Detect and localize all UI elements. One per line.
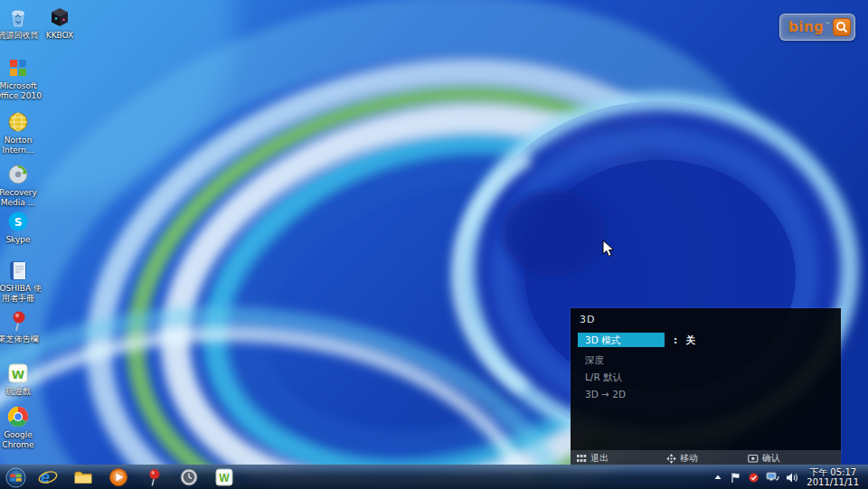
recycle-bin-icon [6,5,30,29]
taskbar-clock-app[interactable] [175,466,203,488]
media-player-icon [108,467,128,487]
desktop-icon-office[interactable]: Microsoft Office 2010 [0,56,43,101]
start-button[interactable] [0,465,31,489]
bing-search-gadget[interactable]: bing ™ [779,14,855,41]
desktop-icon-label: TOSHIBA 使用者手冊 [0,284,43,304]
bing-search-button[interactable] [833,18,851,36]
tray-up-arrow-icon [712,472,723,483]
user-manual-book-icon [6,259,30,282]
taskbar-media-player[interactable] [105,466,132,488]
w-app-icon: W [214,467,234,487]
desktop-icon-recovery[interactable]: Recovery Media ... [0,163,43,208]
osd-row-depth[interactable]: 深度 [578,353,834,367]
svg-text:S: S [14,216,23,229]
osd-exit-button[interactable]: 退出 [577,451,609,465]
tray-flag-icon [730,472,741,484]
taskbar-w-app[interactable]: W [211,466,238,488]
tray-volume-icon [786,472,798,484]
osd-row-label: 3D → 2D [578,387,626,401]
desktop-icon-label: Google Chrome [0,430,43,450]
osd-3d-menu: 3D 3D 模式 : 关 深度 L/R 默认 3D → 2D [571,308,841,466]
desktop-icon-toshiba-bulletin[interactable]: 東芝佈告欄 [0,309,43,344]
osd-confirm-button[interactable]: 确认 [748,451,780,465]
w-games-icon: W [6,362,30,385]
osd-row-3d-to-2d[interactable]: 3D → 2D [578,387,834,401]
system-tray: 下午 05:17 2011/11/11 [712,467,868,488]
osd-move-label: 移动 [680,452,698,465]
taskbar-clock[interactable]: 下午 05:17 2011/11/11 [805,467,864,488]
taskbar-pinned-pushpin-app[interactable] [140,466,167,488]
taskbar-pinned-apps: e [34,466,238,488]
osd-row-lr[interactable]: L/R 默认 [578,370,834,384]
bing-logo: bing [788,19,824,35]
osd-confirm-label: 确认 [762,452,780,465]
osd-move-icon [666,454,676,464]
internet-explorer-icon: e [38,467,58,487]
windows-start-orb-icon [5,467,26,488]
osd-exit-icon [577,454,587,464]
taskbar-internet-explorer[interactable]: e [34,466,61,488]
osd-row-label: 3D 模式 [578,333,665,347]
taskbar: e [0,465,868,489]
clock-time: 下午 05:17 [807,467,859,478]
desktop-icon-label: Norton Intern... [0,136,43,155]
desktop-icon-skype[interactable]: S Skype [0,210,43,245]
osd-title: 3D [580,314,595,325]
clock-date: 2011/11/11 [807,477,859,488]
desktop-icon-label: Microsoft Office 2010 [0,81,43,101]
tray-network[interactable] [766,472,779,484]
bing-trademark: ™ [825,21,830,27]
osd-confirm-icon [748,454,759,464]
svg-text:W: W [12,368,24,381]
microsoft-office-icon [6,56,30,80]
osd-row-label: 深度 [578,353,604,367]
desktop-icon-toshiba-manual[interactable]: TOSHIBA 使用者手冊 [0,259,43,304]
svg-text:W: W [219,472,230,484]
osd-move-button[interactable]: 移动 [666,451,698,465]
search-icon [835,20,849,34]
tray-volume[interactable] [786,472,798,484]
desktop-icon-label: Skype [0,235,43,245]
desktop-icon-label: 玩遊戲 [0,387,43,397]
skype-icon: S [6,210,30,233]
kkbox-icon [48,5,71,29]
tray-show-hidden-icons[interactable] [712,472,723,483]
desktop-icon-kkbox[interactable]: KKBOX [34,5,85,41]
desktop: 資源回收筒 KKBOX Microsoft Office 2010 Norton… [0,0,868,489]
tray-action-center[interactable] [730,472,741,484]
desktop-icon-label: Recovery Media ... [0,188,43,208]
google-chrome-icon [6,405,30,428]
osd-row-3d-mode[interactable]: 3D 模式 : 关 [578,333,834,347]
desktop-icon-norton[interactable]: Norton Intern... [0,110,43,155]
pushpin-icon [6,309,30,333]
osd-rows: 3D 模式 : 关 深度 L/R 默认 3D → 2D [578,333,834,404]
explorer-folder-icon [73,467,93,487]
desktop-icon-label: 東芝佈告欄 [0,334,43,344]
desktop-icon-label: KKBOX [34,31,85,41]
osd-row-label: L/R 默认 [578,370,622,384]
taskbar-windows-explorer[interactable] [70,466,97,488]
tray-status-icon [748,472,760,484]
norton-globe-icon [6,110,30,134]
osd-row-value: : 关 [674,333,698,347]
desktop-icon-chrome[interactable]: Google Chrome [0,405,43,450]
osd-exit-label: 退出 [590,452,609,465]
svg-text:e: e [41,468,50,486]
tray-network-icon [766,472,779,484]
pushpin-app-icon [144,467,164,487]
tray-status-badge[interactable] [748,472,760,484]
clock-app-icon [179,467,199,487]
recovery-disc-icon [6,163,30,186]
desktop-icon-games[interactable]: W 玩遊戲 [0,362,43,397]
